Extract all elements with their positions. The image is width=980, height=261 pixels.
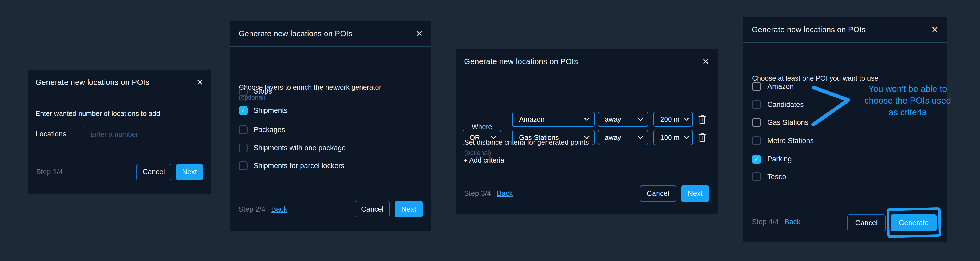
generate-button[interactable]: Generate — [891, 214, 937, 231]
locations-input[interactable] — [84, 127, 204, 142]
body-heading: Enter wanted number of locations to add — [35, 110, 160, 118]
checkbox-shipments[interactable]: ✓ — [239, 106, 248, 115]
operator-select-value: OR — [463, 134, 490, 142]
poi-select-value: Gas Stations — [513, 134, 584, 142]
poi-select-value: Amazon — [513, 115, 584, 124]
chevron-down-icon — [584, 118, 594, 121]
optional-label: (optional) — [465, 149, 491, 156]
distance-select[interactable]: 100 m — [653, 130, 693, 145]
dialog-header: Generate new locations on POIs ✕ — [28, 70, 211, 95]
chevron-down-icon — [684, 136, 692, 139]
annotation-text: You won't be able to choose the POIs use… — [857, 83, 959, 118]
close-icon[interactable]: ✕ — [196, 78, 204, 86]
checkbox-amazon-label: Amazon — [767, 83, 794, 91]
cancel-button[interactable]: Cancel — [640, 185, 676, 202]
next-button[interactable]: Next — [681, 185, 709, 202]
annotation-line: You won't be able to — [857, 83, 959, 95]
checkbox-gas-stations[interactable] — [752, 118, 761, 127]
trash-icon[interactable] — [697, 114, 707, 126]
checkbox-metro-stations[interactable] — [752, 136, 761, 145]
cancel-button[interactable]: Cancel — [136, 164, 171, 180]
relation-select-value: away — [598, 115, 638, 124]
checkbox-amazon[interactable] — [752, 82, 761, 91]
cancel-button[interactable]: Cancel — [355, 201, 390, 218]
locations-field-label: Locations — [35, 130, 67, 138]
dialog-footer: Step 1/4 Cancel Next — [28, 150, 211, 194]
checkbox-gas-stations-label: Gas Stations — [767, 118, 809, 127]
dialog-title: Generate new locations on POIs — [35, 78, 150, 87]
poi-select[interactable]: Gas Stations — [512, 130, 595, 145]
add-criteria-button[interactable]: + Add criteria — [464, 156, 504, 164]
check-icon: ✓ — [241, 107, 246, 114]
annotation-line: choose the POIs used — [857, 95, 959, 107]
step-indicator: Step 1/4 — [36, 168, 63, 176]
checkbox-parking-label: Parking — [767, 155, 792, 163]
checkbox-tesco[interactable] — [752, 172, 761, 181]
back-link[interactable]: Back — [271, 205, 288, 213]
checkbox-stops-label: Stops — [253, 87, 272, 95]
dialog-step-3: Generate new locations on POIs ✕ Set dis… — [456, 49, 718, 214]
step-indicator: Step 4/4 — [752, 218, 779, 226]
checkbox-candidates-label: Candidates — [767, 100, 804, 109]
back-link[interactable]: Back — [784, 218, 801, 226]
checkbox-shipments-parcel-lockers-label: Shipments for parcel lockers — [253, 162, 345, 170]
step-indicator: Step 3/4 — [464, 189, 491, 198]
chevron-down-icon — [638, 136, 648, 139]
checkbox-candidates[interactable] — [752, 100, 761, 109]
checkbox-stops[interactable] — [239, 87, 248, 96]
check-icon: ✓ — [754, 156, 759, 163]
distance-select-value: 100 m — [654, 134, 684, 142]
checkbox-shipments-one-package-label: Shipments with one package — [253, 144, 345, 152]
chevron-down-icon — [684, 118, 692, 121]
checkbox-metro-stations-label: Metro Stations — [767, 137, 814, 145]
dialog-step-4: Generate new locations on POIs ✕ Choose … — [743, 17, 947, 242]
checkbox-packages[interactable] — [239, 126, 248, 134]
dialog-footer: Step 4/4 Back Cancel Generate — [743, 202, 947, 242]
checkbox-tesco-label: Tesco — [767, 173, 786, 181]
annotation-arrow — [809, 84, 852, 128]
dialog-step-2: Generate new locations on POIs ✕ Choose … — [230, 21, 431, 231]
checkbox-shipments-one-package[interactable] — [239, 143, 248, 153]
relation-select[interactable]: away — [598, 130, 648, 145]
checkbox-shipments-parcel-lockers[interactable] — [239, 161, 248, 170]
dialog-body: Enter wanted number of locations to add … — [28, 95, 211, 150]
chevron-down-icon — [638, 118, 648, 121]
relation-select-value: away — [598, 134, 638, 142]
dialog-footer: Step 3/4 Back Cancel Next — [456, 173, 718, 214]
back-link[interactable]: Back — [497, 189, 513, 198]
annotation-line: as criteria — [857, 107, 959, 118]
next-button[interactable]: Next — [395, 201, 423, 218]
checkbox-parking[interactable]: ✓ — [752, 155, 761, 164]
relation-select[interactable]: away — [598, 111, 648, 127]
dialog-footer: Step 2/4 Back Cancel Next — [230, 187, 431, 231]
chevron-down-icon — [490, 136, 501, 139]
distance-select[interactable]: 200 m — [653, 111, 693, 127]
operator-select[interactable]: OR — [463, 130, 501, 145]
poi-select[interactable]: Amazon — [512, 111, 595, 127]
body-heading: Choose at least one POI you want to use — [752, 74, 878, 83]
cancel-button[interactable]: Cancel — [847, 214, 886, 231]
checkbox-packages-label: Packages — [253, 126, 285, 134]
checkbox-shipments-label: Shipments — [253, 107, 288, 115]
dialog-step-1: Generate new locations on POIs ✕ Enter w… — [28, 70, 211, 194]
trash-icon[interactable] — [697, 132, 707, 144]
step-indicator: Step 2/4 — [239, 205, 266, 213]
chevron-down-icon — [584, 136, 594, 139]
distance-select-value: 200 m — [654, 115, 684, 124]
next-button[interactable]: Next — [176, 164, 203, 180]
